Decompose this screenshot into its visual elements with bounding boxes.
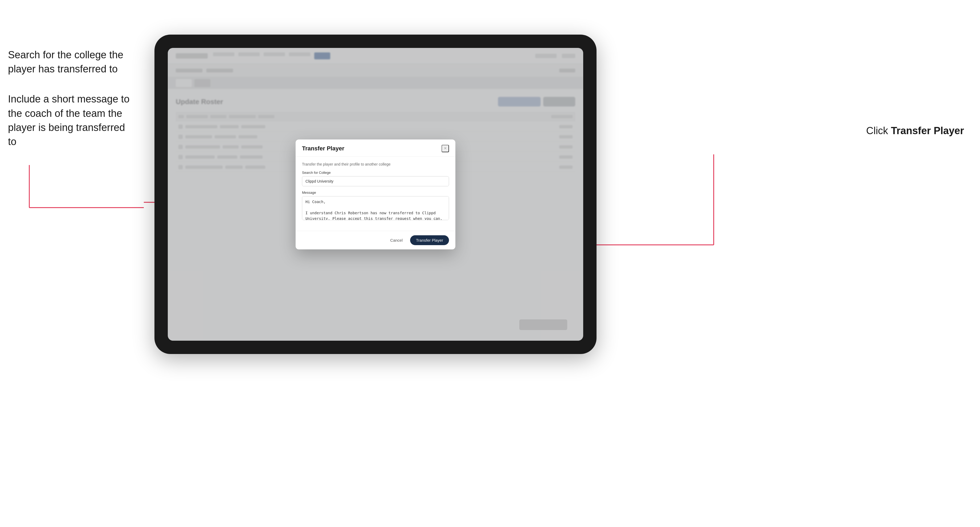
- transfer-player-button[interactable]: Transfer Player: [410, 235, 449, 245]
- annotation-right: Click Transfer Player: [866, 125, 964, 137]
- annotation-left-line1: Search for the college the player has tr…: [8, 48, 136, 76]
- message-textarea[interactable]: Hi Coach, I understand Chris Robertson h…: [302, 196, 449, 220]
- transfer-player-modal: Transfer Player × Transfer the player an…: [296, 140, 455, 249]
- modal-header: Transfer Player ×: [296, 140, 455, 157]
- ipad-screen: Update Roster: [168, 48, 583, 341]
- ipad-device: Update Roster: [154, 35, 597, 354]
- annotation-left-line2: Include a short message to the coach of …: [8, 92, 136, 149]
- annotation-left: Search for the college the player has tr…: [8, 48, 136, 165]
- search-college-input[interactable]: [302, 176, 449, 186]
- modal-title: Transfer Player: [302, 145, 344, 152]
- modal-close-button[interactable]: ×: [442, 145, 449, 152]
- modal-overlay: Transfer Player × Transfer the player an…: [168, 48, 583, 341]
- modal-footer: Cancel Transfer Player: [296, 231, 455, 249]
- modal-body: Transfer the player and their profile to…: [296, 157, 455, 231]
- message-group: Message Hi Coach, I understand Chris Rob…: [302, 190, 449, 221]
- message-label: Message: [302, 190, 449, 195]
- annotation-right-prefix: Click: [866, 125, 891, 136]
- search-college-group: Search for College: [302, 171, 449, 186]
- cancel-button[interactable]: Cancel: [386, 236, 407, 244]
- modal-description: Transfer the player and their profile to…: [302, 162, 449, 167]
- search-college-label: Search for College: [302, 171, 449, 175]
- annotation-right-bold: Transfer Player: [891, 125, 964, 136]
